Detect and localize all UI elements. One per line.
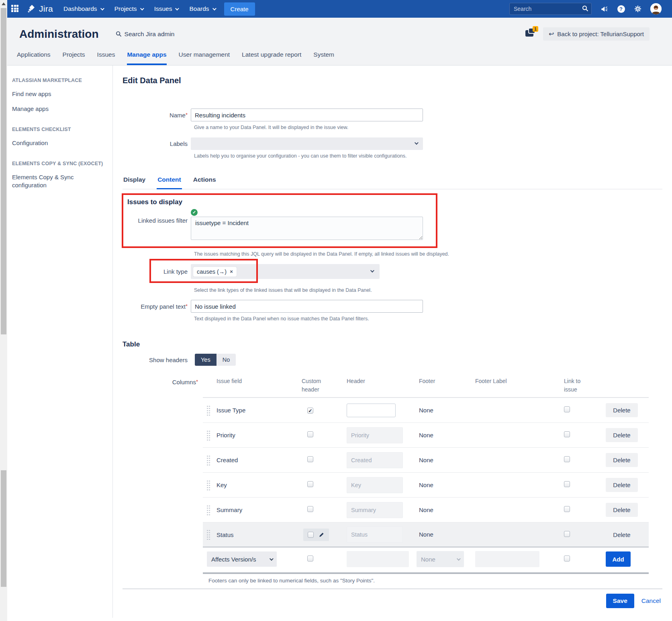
drag-handle-icon[interactable]: [206, 455, 211, 465]
admin-search[interactable]: Search Jira admin: [116, 31, 175, 38]
header-input[interactable]: [347, 452, 403, 468]
drag-handle-icon[interactable]: [206, 480, 211, 490]
tab-content[interactable]: Content: [157, 174, 182, 189]
footer-value: None: [419, 506, 433, 513]
col-header-footer-label: Footer Label: [472, 377, 554, 385]
link-to-issue-checkbox[interactable]: [564, 431, 570, 437]
empty-panel-text-input[interactable]: [191, 300, 423, 313]
header-input[interactable]: [347, 527, 403, 543]
custom-header-checkbox[interactable]: [308, 532, 314, 538]
sidebar-item-configuration[interactable]: Configuration: [12, 139, 105, 147]
chevron-down-icon: [140, 6, 144, 10]
new-column-footer-label-input[interactable]: [475, 551, 539, 567]
custom-header-checkbox[interactable]: [307, 456, 313, 462]
sidebar-item-copy-sync-configuration[interactable]: Elements Copy & Sync configuration: [12, 173, 92, 189]
link-type-select[interactable]: causes (→) ×: [191, 264, 380, 279]
nav-dashboards[interactable]: Dashboards: [63, 5, 103, 12]
tab-manage-apps[interactable]: Manage apps: [127, 48, 166, 65]
custom-header-cell-box: [307, 481, 313, 487]
chevron-down-icon: [212, 6, 217, 10]
columns-table: Issue field Custom header Header Footer …: [203, 377, 649, 584]
sidebar-item-manage-apps[interactable]: Manage apps: [12, 105, 105, 113]
left-scrollbar[interactable]: [0, 0, 7, 621]
scroll-up-arrow-icon[interactable]: [2, 2, 6, 5]
tab-system[interactable]: System: [313, 48, 334, 65]
show-headers-yes[interactable]: Yes: [195, 354, 217, 366]
new-column-link-to-issue-checkbox[interactable]: [564, 555, 570, 562]
tab-issues[interactable]: Issues: [97, 48, 115, 65]
delete-button[interactable]: Delete: [606, 403, 638, 417]
add-column-button[interactable]: Add: [606, 551, 631, 567]
link-to-issue-checkbox[interactable]: [564, 456, 570, 462]
jira-logo[interactable]: Jira: [27, 4, 53, 14]
link-to-issue-checkbox[interactable]: [564, 481, 570, 487]
column-row: Summary None Delete: [203, 498, 649, 523]
tab-display[interactable]: Display: [123, 174, 146, 189]
cancel-link[interactable]: Cancel: [641, 597, 661, 605]
sidebar-item-find-new-apps[interactable]: Find new apps: [12, 90, 105, 98]
drag-handle-icon[interactable]: [206, 405, 211, 416]
tab-actions[interactable]: Actions: [192, 174, 217, 189]
nav-issues[interactable]: Issues: [154, 5, 178, 12]
help-icon[interactable]: ?: [617, 4, 625, 13]
column-row: Priority None Delete: [203, 423, 649, 448]
notifications-icon[interactable]: 1: [525, 29, 537, 40]
custom-header-checkbox[interactable]: [307, 506, 313, 512]
drag-handle-icon[interactable]: [206, 529, 211, 540]
search-icon[interactable]: [582, 5, 588, 12]
name-help: Give a name to your Data Panel. It will …: [194, 124, 662, 131]
settings-gear-icon[interactable]: [633, 4, 642, 13]
drag-handle-icon[interactable]: [206, 505, 211, 515]
show-headers-label: Show headers: [123, 357, 191, 363]
scrollbar-thumb[interactable]: [1, 8, 6, 334]
back-to-project-button[interactable]: ↩ Back to project: TellurianSupport: [543, 27, 650, 41]
new-column-custom-header-checkbox[interactable]: [307, 555, 313, 562]
custom-header-checkbox[interactable]: [307, 431, 313, 437]
tab-projects[interactable]: Projects: [63, 48, 85, 65]
new-column-footer-select[interactable]: None: [417, 551, 464, 567]
nav-boards[interactable]: Boards: [189, 5, 215, 12]
delete-button[interactable]: Delete: [606, 528, 638, 542]
app-switcher-icon[interactable]: [11, 5, 19, 13]
scrollbar-thumb-secondary[interactable]: [1, 470, 6, 587]
custom-header-cell-box: [303, 529, 329, 541]
name-input[interactable]: [191, 109, 423, 121]
search-input[interactable]: [509, 3, 592, 15]
link-to-issue-checkbox[interactable]: [564, 531, 570, 537]
custom-header-checkbox[interactable]: [307, 481, 313, 487]
tab-latest-upgrade-report[interactable]: Latest upgrade report: [242, 48, 301, 65]
create-button[interactable]: Create: [224, 2, 255, 16]
delete-button[interactable]: Delete: [606, 428, 638, 442]
delete-button[interactable]: Delete: [606, 503, 638, 517]
save-button[interactable]: Save: [606, 594, 634, 608]
new-column-header-input[interactable]: [347, 551, 409, 567]
custom-header-cell-box: [307, 506, 313, 512]
header-input[interactable]: [347, 502, 403, 518]
header-input[interactable]: [347, 477, 403, 493]
issue-field-label: Created: [217, 457, 302, 463]
navbar-menu: Dashboards Projects Issues Boards: [63, 5, 215, 12]
header-input[interactable]: [347, 427, 403, 443]
custom-header-checkbox[interactable]: [307, 408, 313, 414]
link-to-issue-checkbox[interactable]: [564, 406, 570, 412]
footer-value: None: [419, 531, 433, 538]
link-to-issue-checkbox[interactable]: [564, 506, 570, 512]
chevron-down-icon: [175, 6, 179, 10]
edit-pencil-icon[interactable]: [319, 532, 325, 538]
remove-tag-icon[interactable]: ×: [230, 268, 233, 275]
tab-applications[interactable]: Applications: [17, 48, 51, 65]
header-input[interactable]: [347, 404, 396, 417]
linked-issues-filter-textarea[interactable]: issuetype = Incident: [191, 217, 423, 240]
show-headers-no[interactable]: No: [217, 354, 236, 366]
delete-button[interactable]: Delete: [606, 478, 638, 492]
new-column-field-select[interactable]: Affects Version/s: [207, 551, 277, 567]
labels-select[interactable]: [191, 137, 423, 150]
footer-value: None: [419, 482, 433, 488]
drag-handle-icon[interactable]: [206, 430, 211, 441]
delete-button[interactable]: Delete: [606, 453, 638, 467]
user-avatar[interactable]: [650, 3, 662, 14]
nav-projects[interactable]: Projects: [114, 5, 143, 12]
admin-header: Administration Search Jira admin 1 ↩ Bac…: [7, 18, 672, 46]
announcement-icon[interactable]: [600, 4, 609, 13]
tab-user-management[interactable]: User management: [179, 48, 230, 65]
